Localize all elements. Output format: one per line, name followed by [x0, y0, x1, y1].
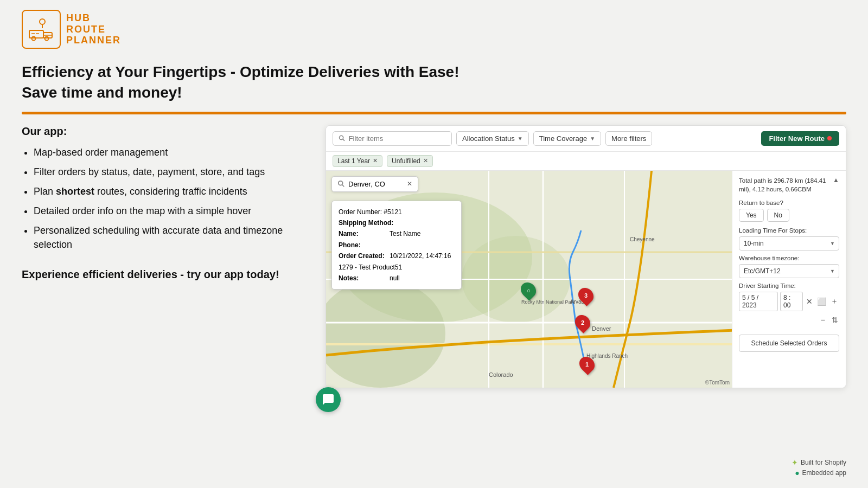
chevron-down-icon: ▼ — [518, 136, 523, 142]
calendar-icon-button[interactable]: ⬜ — [816, 296, 827, 307]
remove-filter-icon[interactable]: ✕ — [373, 157, 378, 164]
notes-value: null — [390, 273, 400, 284]
warehouse-tz-select[interactable]: Etc/GMT+12 — [739, 264, 839, 278]
list-item: Map-based order management — [34, 145, 309, 159]
cta-text: Experience efficient deliveries - try ou… — [22, 267, 309, 282]
filter-tag-unfulfilled[interactable]: Unfulfilled ✕ — [387, 155, 433, 167]
drag-handle-button[interactable]: ⇅ — [831, 314, 839, 325]
bottom-right-info: ✦ Built for Shopify ● Embedded app — [792, 458, 846, 477]
headline-section: Efficiency at Your Fingertips - Optimize… — [0, 54, 868, 103]
svg-text:Denver: Denver — [592, 325, 611, 332]
chat-icon — [322, 393, 335, 406]
return-to-base-label: Return to base? — [739, 200, 839, 206]
filter-new-route-button[interactable]: Filter New Route — [761, 131, 839, 146]
order-number: Order Number: #5121 — [339, 207, 455, 217]
notes-label: Notes: — [339, 273, 387, 284]
driver-starting-time-label: Driver Starting Time: — [739, 282, 839, 289]
shopify-icon: ✦ — [792, 458, 798, 467]
allocation-status-button[interactable]: Allocation Status ▼ — [456, 131, 529, 146]
loading-time-select[interactable]: 10-min — [739, 236, 839, 251]
feature-list: Map-based order management Filter orders… — [22, 145, 309, 252]
map-search-bar[interactable]: Denver, CO ✕ — [331, 176, 418, 192]
logo: HUB ROUTE PLANNER — [22, 10, 121, 49]
search-box[interactable] — [333, 131, 452, 146]
add-time-button[interactable]: ＋ — [829, 296, 839, 307]
name-label: Name: — [339, 228, 387, 239]
path-info-text: Total path is 296.78 km (184.41 mil), 4.… — [739, 176, 833, 194]
svg-line-29 — [342, 185, 344, 187]
left-column: Our app: Map-based order management Filt… — [22, 125, 326, 282]
shipping-method-label: Shipping Method: — [339, 217, 393, 228]
svg-rect-0 — [29, 30, 43, 38]
app-toolbar: Allocation Status ▼ Time Coverage ▼ More… — [326, 126, 846, 152]
filter-tag-last-year[interactable]: Last 1 Year ✕ — [333, 155, 382, 167]
product-info: 1279 - Test Product51 — [339, 262, 455, 273]
list-item: Filter orders by status, date, payment, … — [34, 165, 309, 179]
collapse-icon[interactable]: ▲ — [833, 176, 839, 184]
loading-time-label: Loading Time For Stops: — [739, 227, 839, 234]
app-body: Denver Highlands Ranch Arvada Cheyenne R… — [326, 171, 846, 388]
logo-text: HUB ROUTE PLANNER — [66, 12, 121, 46]
order-popup: Order Number: #5121 Shipping Method: Nam… — [331, 201, 462, 290]
list-item: Personalized scheduling with accurate da… — [34, 223, 309, 252]
filter-tags-row: Last 1 Year ✕ Unfulfilled ✕ — [326, 152, 846, 171]
tomtom-watermark: ©TomTom — [705, 380, 730, 386]
map-marker-warehouse[interactable]: ⌂ — [521, 282, 535, 298]
name-value: Test Name — [390, 228, 420, 239]
header: HUB ROUTE PLANNER — [0, 0, 868, 54]
more-filters-button[interactable]: More filters — [605, 131, 652, 146]
main-content: Our app: Map-based order management Filt… — [0, 125, 868, 388]
our-app-label: Our app: — [22, 125, 309, 138]
svg-text:Colorado: Colorado — [489, 371, 513, 378]
remove-filter-icon[interactable]: ✕ — [423, 157, 428, 164]
no-button[interactable]: No — [767, 209, 789, 222]
list-item: Plan shortest routes, considering traffi… — [34, 184, 309, 198]
driver-date-field[interactable]: 5 / 5 / 2023 — [739, 292, 778, 311]
return-to-base-toggle: Yes No — [739, 209, 839, 222]
logo-icon — [22, 10, 61, 49]
list-item: Detailed order info on the map with a si… — [34, 204, 309, 218]
driver-time-row: 5 / 5 / 2023 8 : 00 ✕ ⬜ ＋ — [739, 292, 839, 311]
yes-button[interactable]: Yes — [739, 209, 764, 222]
clear-time-button[interactable]: ✕ — [805, 296, 814, 307]
phone-label: Phone: — [339, 240, 387, 251]
warehouse-tz-select-wrapper: Etc/GMT+12 — [739, 264, 839, 278]
map-search-clear-icon[interactable]: ✕ — [407, 180, 412, 188]
loading-time-select-wrapper: 10-min — [739, 236, 839, 251]
headline: Efficiency at Your Fingertips - Optimize… — [22, 62, 846, 103]
map-marker-1[interactable]: 1 — [580, 356, 594, 373]
map-search-icon — [337, 180, 345, 188]
time-coverage-button[interactable]: Time Coverage ▼ — [533, 131, 601, 146]
search-icon — [339, 134, 346, 142]
svg-line-10 — [343, 139, 344, 141]
map-area: Denver Highlands Ranch Arvada Cheyenne R… — [326, 171, 732, 388]
schedule-selected-orders-button[interactable]: Schedule Selected Orders — [739, 335, 839, 352]
svg-point-28 — [339, 181, 343, 185]
map-marker-3[interactable]: 3 — [579, 287, 593, 304]
chevron-down-icon: ▼ — [590, 136, 595, 142]
svg-point-5 — [40, 19, 45, 24]
embedded-icon: ● — [795, 468, 799, 477]
order-created-label: Order Created: — [339, 251, 387, 261]
svg-text:Cheyenne: Cheyenne — [630, 236, 655, 242]
notification-dot — [827, 136, 832, 140]
app-sidebar: Total path is 296.78 km (184.41 mil), 4.… — [732, 171, 846, 388]
warehouse-tz-label: Warehouse timezone: — [739, 255, 839, 261]
map-marker-2[interactable]: 2 — [576, 314, 590, 331]
search-input[interactable] — [349, 134, 446, 143]
embedded-app: ● Embedded app — [795, 468, 846, 477]
sidebar-path-info: Total path is 296.78 km (184.41 mil), 4.… — [739, 176, 839, 194]
built-for-shopify: ✦ Built for Shopify — [792, 458, 846, 467]
app-screenshot: Allocation Status ▼ Time Coverage ▼ More… — [326, 125, 846, 388]
chat-bubble-button[interactable] — [316, 387, 341, 412]
driver-time-field[interactable]: 8 : 00 — [780, 292, 803, 311]
orange-divider — [22, 112, 846, 114]
order-created-value: 10/21/2022, 14:47:16 — [390, 251, 451, 261]
map-search-value: Denver, CO — [348, 180, 385, 188]
svg-point-9 — [340, 136, 343, 139]
subtract-time-button[interactable]: － — [818, 313, 828, 327]
